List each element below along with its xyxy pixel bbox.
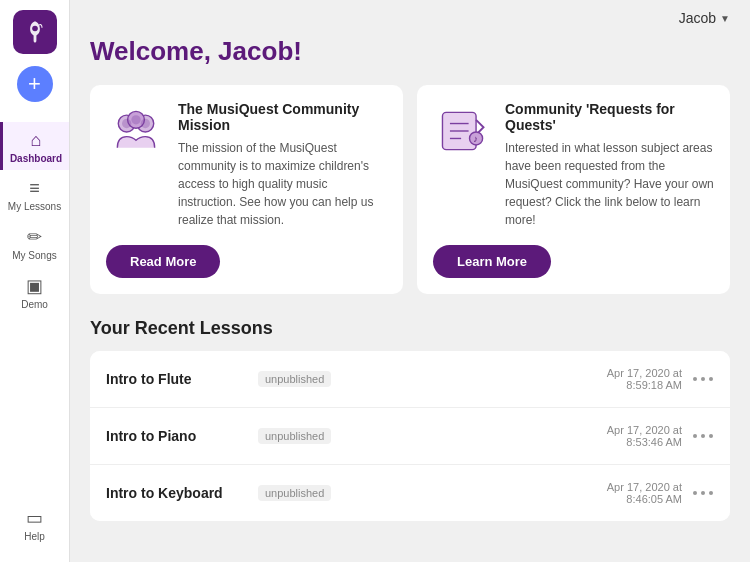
menu-dot bbox=[701, 491, 705, 495]
sidebar-item-label: Demo bbox=[21, 299, 48, 310]
card-desc: The mission of the MusiQuest community i… bbox=[178, 139, 387, 229]
sidebar-item-label: My Songs bbox=[12, 250, 56, 261]
chevron-down-icon: ▼ bbox=[720, 13, 730, 24]
svg-text:♪: ♪ bbox=[473, 134, 478, 144]
status-badge: unpublished bbox=[258, 371, 331, 387]
help-label: Help bbox=[24, 531, 45, 542]
status-badge: unpublished bbox=[258, 428, 331, 444]
sidebar-item-dashboard[interactable]: ⌂ Dashboard bbox=[0, 122, 69, 170]
svg-point-0 bbox=[32, 26, 38, 32]
svg-point-6 bbox=[131, 115, 140, 124]
sidebar-item-label: Dashboard bbox=[10, 153, 62, 164]
menu-dot bbox=[709, 491, 713, 495]
lesson-menu-button[interactable] bbox=[692, 377, 714, 381]
sidebar-item-my-lessons[interactable]: ≡ My Lessons bbox=[0, 170, 69, 218]
card-title: Community 'Requests for Quests' bbox=[505, 101, 714, 133]
user-name: Jacob bbox=[679, 10, 716, 26]
menu-dot bbox=[709, 434, 713, 438]
main-content: Jacob ▼ Welcome, Jacob! bbox=[70, 0, 750, 562]
svg-point-4 bbox=[122, 119, 131, 128]
table-row: Intro to Keyboard unpublished Apr 17, 20… bbox=[90, 465, 730, 521]
card-desc: Interested in what lesson subject areas … bbox=[505, 139, 714, 229]
content-area: Welcome, Jacob! bbox=[70, 36, 750, 541]
sidebar-item-my-songs[interactable]: ✏ My Songs bbox=[0, 218, 69, 267]
menu-dot bbox=[701, 434, 705, 438]
sidebar-item-label: My Lessons bbox=[8, 201, 61, 212]
lesson-title: Intro to Piano bbox=[106, 428, 246, 444]
lessons-icon: ≡ bbox=[29, 178, 40, 199]
help-icon: ▭ bbox=[26, 507, 43, 529]
table-row: Intro to Piano unpublished Apr 17, 2020 … bbox=[90, 408, 730, 465]
menu-dot bbox=[693, 434, 697, 438]
sidebar-item-demo[interactable]: ▣ Demo bbox=[0, 267, 69, 316]
svg-point-5 bbox=[141, 119, 150, 128]
lesson-title: Intro to Flute bbox=[106, 371, 246, 387]
status-badge: unpublished bbox=[258, 485, 331, 501]
sidebar: + ⌂ Dashboard ≡ My Lessons ✏ My Songs ▣ … bbox=[0, 0, 70, 562]
lesson-date: Apr 17, 2020 at 8:53:46 AM bbox=[607, 424, 682, 448]
menu-dot bbox=[701, 377, 705, 381]
menu-dot bbox=[709, 377, 713, 381]
lesson-date: Apr 17, 2020 at 8:59:18 AM bbox=[607, 367, 682, 391]
read-more-button[interactable]: Read More bbox=[106, 245, 220, 278]
mission-card: The MusiQuest Community Mission The miss… bbox=[90, 85, 403, 294]
lesson-menu-button[interactable] bbox=[692, 434, 714, 438]
card-text-area: The MusiQuest Community Mission The miss… bbox=[178, 101, 387, 229]
demo-icon: ▣ bbox=[26, 275, 43, 297]
requests-icon: ♪ bbox=[433, 101, 493, 161]
lesson-title: Intro to Keyboard bbox=[106, 485, 246, 501]
menu-dot bbox=[693, 491, 697, 495]
card-title: The MusiQuest Community Mission bbox=[178, 101, 387, 133]
table-row: Intro to Flute unpublished Apr 17, 2020 … bbox=[90, 351, 730, 408]
cards-row: The MusiQuest Community Mission The miss… bbox=[90, 85, 730, 294]
learn-more-button[interactable]: Learn More bbox=[433, 245, 551, 278]
lesson-menu-button[interactable] bbox=[692, 491, 714, 495]
user-menu[interactable]: Jacob ▼ bbox=[679, 10, 730, 26]
card-text-area: Community 'Requests for Quests' Interest… bbox=[505, 101, 714, 229]
home-icon: ⌂ bbox=[31, 130, 42, 151]
section-title: Your Recent Lessons bbox=[90, 318, 730, 339]
songs-icon: ✏ bbox=[27, 226, 42, 248]
card-top: ♪ Community 'Requests for Quests' Intere… bbox=[433, 101, 714, 229]
welcome-title: Welcome, Jacob! bbox=[90, 36, 730, 67]
add-button[interactable]: + bbox=[17, 66, 53, 102]
help-button[interactable]: ▭ Help bbox=[24, 507, 45, 542]
lessons-list: Intro to Flute unpublished Apr 17, 2020 … bbox=[90, 351, 730, 521]
sidebar-bottom: ▭ Help bbox=[24, 507, 45, 542]
card-top: The MusiQuest Community Mission The miss… bbox=[106, 101, 387, 229]
community-icon bbox=[106, 101, 166, 161]
sidebar-nav: ⌂ Dashboard ≡ My Lessons ✏ My Songs ▣ De… bbox=[0, 122, 69, 507]
header: Jacob ▼ bbox=[70, 0, 750, 36]
menu-dot bbox=[693, 377, 697, 381]
lesson-date: Apr 17, 2020 at 8:46:05 AM bbox=[607, 481, 682, 505]
requests-card: ♪ Community 'Requests for Quests' Intere… bbox=[417, 85, 730, 294]
logo bbox=[13, 10, 57, 54]
